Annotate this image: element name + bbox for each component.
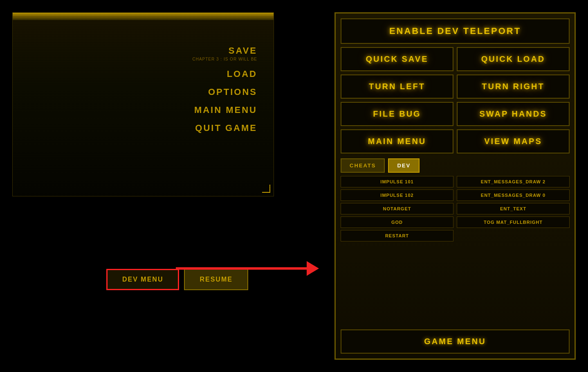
turn-left-button[interactable]: TURN LEFT	[341, 74, 453, 99]
quit-game-menu-item[interactable]: QUIT GAME	[195, 123, 257, 133]
options-menu-item[interactable]: OPTIONS	[208, 87, 257, 97]
save-subtitle: CHAPTER 3 : IS OR WILL BE	[192, 57, 257, 61]
save-menu-item[interactable]: SAVE CHAPTER 3 : IS OR WILL BE	[192, 45, 257, 61]
dev-main-menu-button[interactable]: MAIN MENU	[341, 129, 453, 153]
dev-buttons-column: ENT_MESSAGES_DRAW 2 ENT_MESSAGES_DRAW 0 …	[457, 176, 570, 326]
quick-save-button[interactable]: QUICK SAVE	[341, 47, 453, 71]
file-bug-swap-hands-row: FILE BUG SWAP HANDS	[341, 102, 570, 126]
dev-tab[interactable]: DEV	[388, 158, 420, 173]
turn-right-button[interactable]: TURN RIGHT	[457, 74, 570, 99]
pause-menu-panel: SAVE CHAPTER 3 : IS OR WILL BE LOAD OPTI…	[12, 12, 274, 196]
quick-save-load-row: QUICK SAVE QUICK LOAD	[341, 47, 570, 71]
save-label: SAVE	[229, 45, 257, 56]
cheats-buttons-column: IMPULSE 101 IMPULSE 102 NOTARGET GOD RES…	[341, 176, 453, 326]
impulse101-button[interactable]: IMPULSE 101	[341, 176, 453, 187]
load-menu-item[interactable]: LOAD	[227, 69, 257, 79]
notarget-button[interactable]: NOTARGET	[341, 203, 453, 214]
small-buttons-section: IMPULSE 101 IMPULSE 102 NOTARGET GOD RES…	[341, 176, 570, 326]
dev-menu-panel: ENABLE DEV TELEPORT QUICK SAVE QUICK LOA…	[334, 12, 576, 360]
ent-messages-draw0-button[interactable]: ENT_MESSAGES_DRAW 0	[457, 189, 570, 201]
ent-messages-draw2-button[interactable]: ENT_MESSAGES_DRAW 2	[457, 176, 570, 187]
tabs-row: CHEATS DEV	[341, 158, 570, 173]
arrow-indicator	[176, 261, 319, 276]
main-menu-item[interactable]: MAIN MENU	[194, 105, 257, 115]
swap-hands-button[interactable]: SWAP HANDS	[457, 102, 570, 126]
main-menu-view-maps-row: MAIN MENU VIEW MAPS	[341, 129, 570, 153]
arrow-head	[307, 261, 319, 276]
red-arrow-graphic	[176, 261, 319, 276]
enable-dev-teleport-button[interactable]: ENABLE DEV TELEPORT	[341, 18, 570, 44]
view-maps-button[interactable]: VIEW MAPS	[457, 129, 570, 153]
arrow-line	[176, 267, 307, 270]
restart-button[interactable]: RESTART	[341, 230, 453, 241]
cheats-tab[interactable]: CHEATS	[341, 158, 385, 173]
dev-menu-button[interactable]: DEV MENU	[106, 269, 179, 290]
quick-load-button[interactable]: QUICK LOAD	[457, 47, 570, 71]
menu-items-list: SAVE CHAPTER 3 : IS OR WILL BE LOAD OPTI…	[192, 45, 257, 133]
tog-mat-fullbright-button[interactable]: TOG MAT_FULLBRIGHT	[457, 216, 570, 228]
turn-left-right-row: TURN LEFT TURN RIGHT	[341, 74, 570, 99]
file-bug-button[interactable]: FILE BUG	[341, 102, 453, 126]
game-menu-button[interactable]: GAME MENU	[341, 329, 570, 354]
corner-decoration	[262, 185, 270, 193]
ent-text-button[interactable]: ENT_TEXT	[457, 203, 570, 214]
impulse102-button[interactable]: IMPULSE 102	[341, 189, 453, 201]
god-button[interactable]: GOD	[341, 216, 453, 228]
